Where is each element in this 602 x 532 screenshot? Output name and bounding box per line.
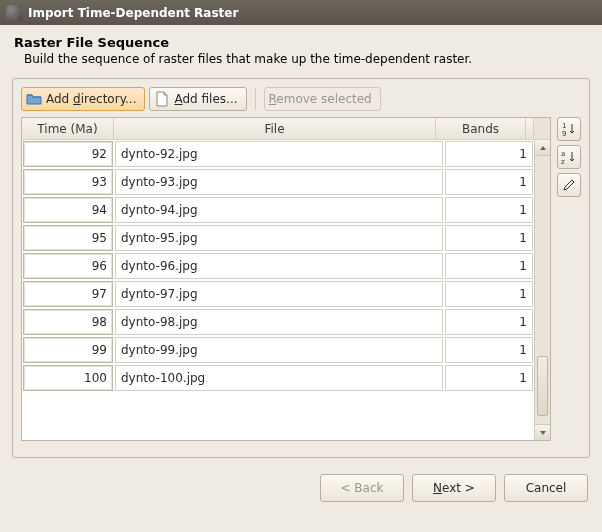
remove-selected-button[interactable]: Remove selected (264, 87, 381, 111)
svg-text:a: a (561, 150, 565, 158)
next-label: Next > (433, 481, 475, 495)
header-scroll-corner (534, 118, 550, 139)
table-row[interactable]: 96dynto-96.jpg1 (22, 252, 534, 280)
app-icon (6, 5, 22, 21)
scroll-down-button[interactable] (535, 424, 550, 440)
pencil-icon (561, 177, 577, 193)
add-files-button[interactable]: Add files... (149, 87, 246, 111)
sort-numeric-button[interactable]: 19 (557, 117, 581, 141)
content-panel: Add directory... Add files... Remove sel… (12, 78, 590, 458)
sort-alpha-button[interactable]: az (557, 145, 581, 169)
cell-bands[interactable]: 1 (445, 337, 533, 363)
titlebar: Import Time-Dependent Raster (0, 0, 602, 25)
cell-bands[interactable]: 1 (445, 141, 533, 167)
table-row[interactable]: 97dynto-97.jpg1 (22, 280, 534, 308)
cell-bands[interactable]: 1 (445, 169, 533, 195)
wizard-footer: < Back Next > Cancel (0, 458, 602, 502)
page-title: Raster File Sequence (14, 35, 588, 50)
back-button[interactable]: < Back (320, 474, 404, 502)
cell-file[interactable]: dynto-96.jpg (115, 253, 443, 279)
add-files-label: Add files... (174, 92, 237, 106)
heading-area: Raster File Sequence Build the sequence … (0, 25, 602, 78)
scrollbar-thumb[interactable] (537, 356, 548, 416)
file-icon (154, 91, 170, 107)
table-body: 92dynto-92.jpg193dynto-93.jpg194dynto-94… (22, 140, 534, 440)
svg-text:9: 9 (562, 130, 566, 137)
remove-selected-label: Remove selected (269, 92, 372, 106)
folder-icon (26, 91, 42, 107)
cell-bands[interactable]: 1 (445, 281, 533, 307)
cell-bands[interactable]: 1 (445, 253, 533, 279)
cell-time[interactable]: 98 (23, 309, 113, 335)
add-directory-label: Add directory... (46, 92, 136, 106)
cell-file[interactable]: dynto-92.jpg (115, 141, 443, 167)
cell-time[interactable]: 92 (23, 141, 113, 167)
file-table: Time (Ma) File Bands 92dynto-92.jpg193dy… (21, 117, 551, 441)
content-row: Time (Ma) File Bands 92dynto-92.jpg193dy… (21, 117, 581, 441)
table-row[interactable]: 93dynto-93.jpg1 (22, 168, 534, 196)
page-subtitle: Build the sequence of raster files that … (14, 52, 588, 66)
table-row[interactable]: 98dynto-98.jpg1 (22, 308, 534, 336)
cell-bands[interactable]: 1 (445, 309, 533, 335)
sort-alpha-icon: az (561, 149, 577, 165)
scrollbar-track[interactable] (535, 156, 550, 424)
cell-file[interactable]: dynto-97.jpg (115, 281, 443, 307)
cell-time[interactable]: 97 (23, 281, 113, 307)
cell-bands[interactable]: 1 (445, 365, 533, 391)
sort-numeric-icon: 19 (561, 121, 577, 137)
table-row[interactable]: 94dynto-94.jpg1 (22, 196, 534, 224)
cell-file[interactable]: dynto-98.jpg (115, 309, 443, 335)
add-directory-button[interactable]: Add directory... (21, 87, 145, 111)
cancel-button[interactable]: Cancel (504, 474, 588, 502)
cell-bands[interactable]: 1 (445, 197, 533, 223)
cell-time[interactable]: 96 (23, 253, 113, 279)
table-row[interactable]: 92dynto-92.jpg1 (22, 140, 534, 168)
svg-text:z: z (561, 158, 565, 165)
table-header: Time (Ma) File Bands (22, 118, 550, 140)
cell-time[interactable]: 94 (23, 197, 113, 223)
col-header-time[interactable]: Time (Ma) (22, 118, 114, 139)
toolbar: Add directory... Add files... Remove sel… (21, 87, 581, 111)
cell-time[interactable]: 95 (23, 225, 113, 251)
toolbar-separator (255, 88, 256, 110)
table-row[interactable]: 95dynto-95.jpg1 (22, 224, 534, 252)
cell-bands[interactable]: 1 (445, 225, 533, 251)
col-header-file[interactable]: File (114, 118, 436, 139)
svg-text:1: 1 (562, 122, 566, 130)
cell-time[interactable]: 93 (23, 169, 113, 195)
table-row[interactable]: 100dynto-100.jpg1 (22, 364, 534, 392)
cell-time[interactable]: 99 (23, 337, 113, 363)
chevron-up-icon (539, 144, 547, 152)
cell-file[interactable]: dynto-93.jpg (115, 169, 443, 195)
side-buttons: 19 az (557, 117, 581, 441)
next-button[interactable]: Next > (412, 474, 496, 502)
edit-button[interactable] (557, 173, 581, 197)
col-header-bands[interactable]: Bands (436, 118, 526, 139)
cell-file[interactable]: dynto-99.jpg (115, 337, 443, 363)
dialog-client: Raster File Sequence Build the sequence … (0, 25, 602, 532)
cell-file[interactable]: dynto-94.jpg (115, 197, 443, 223)
table-row[interactable]: 99dynto-99.jpg1 (22, 336, 534, 364)
vertical-scrollbar[interactable] (534, 140, 550, 440)
chevron-down-icon (539, 429, 547, 437)
scroll-up-button[interactable] (535, 140, 550, 156)
cell-file[interactable]: dynto-100.jpg (115, 365, 443, 391)
window-title: Import Time-Dependent Raster (28, 6, 238, 20)
cell-time[interactable]: 100 (23, 365, 113, 391)
col-header-spacer (526, 118, 534, 139)
cell-file[interactable]: dynto-95.jpg (115, 225, 443, 251)
